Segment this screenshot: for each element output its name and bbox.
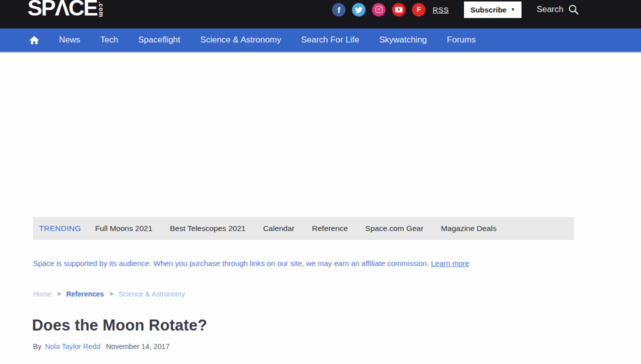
nav-home-link[interactable] [28, 34, 40, 46]
trending-item[interactable]: Full Moons 2021 [95, 224, 152, 233]
nav-item[interactable]: Search For Life [301, 35, 359, 45]
byline-prefix: By [33, 342, 42, 350]
facebook-icon[interactable]: f [332, 3, 346, 16]
search-icon [568, 4, 579, 15]
trending-items: Full Moons 2021 Best Telescopes 2021 Cal… [95, 224, 496, 233]
trending-item[interactable]: Best Telescopes 2021 [170, 224, 246, 233]
nav-item[interactable]: Tech [100, 35, 118, 45]
learn-more-link[interactable]: Learn more [431, 259, 470, 268]
breadcrumb-separator: > [57, 290, 60, 298]
subscribe-label: Subscribe [470, 6, 507, 14]
breadcrumb: Home > References > Science & Astronomy [33, 290, 641, 298]
home-icon [28, 34, 40, 46]
nav-item[interactable]: Spaceflight [138, 35, 180, 45]
nav-item[interactable]: Skywatching [379, 35, 426, 45]
top-header-bar: SPΛCE .com f F RSS Subscribe ▼ Search [0, 0, 641, 28]
chevron-down-icon: ▼ [510, 7, 515, 12]
twitter-bird-icon [355, 6, 362, 13]
breadcrumb-section[interactable]: Science & Astronomy [118, 290, 185, 298]
trending-item[interactable]: Reference [312, 224, 348, 233]
main-navigation: News Tech Spaceflight Science & Astronom… [0, 28, 641, 52]
nav-item[interactable]: Forums [447, 35, 476, 45]
breadcrumb-separator: > [110, 290, 113, 298]
youtube-icon[interactable] [392, 3, 406, 16]
ad-placeholder [0, 52, 641, 217]
space-logo[interactable]: SPΛCE .com [28, 0, 104, 20]
trending-item[interactable]: Magazine Deals [441, 224, 496, 233]
page-title: Does the Moon Rotate? [32, 316, 641, 334]
logo-text: SPΛCE [28, 0, 97, 20]
trending-bar: TRENDING Full Moons 2021 Best Telescopes… [33, 217, 574, 240]
instagram-icon[interactable] [372, 3, 386, 16]
logo-suffix: .com [98, 2, 104, 18]
search-label: Search [536, 4, 564, 14]
breadcrumb-references[interactable]: References [66, 290, 104, 298]
nav-items: News Tech Spaceflight Science & Astronom… [59, 35, 476, 45]
subscribe-button[interactable]: Subscribe ▼ [464, 2, 522, 18]
nav-item[interactable]: Science & Astronomy [200, 35, 282, 45]
affiliate-disclosure: Space is supported by its audience. When… [33, 259, 641, 268]
publish-date: November 14, 2017 [106, 342, 170, 350]
trending-item[interactable]: Space.com Gear [366, 224, 424, 233]
twitter-icon[interactable] [352, 3, 366, 16]
search-button[interactable]: Search [536, 4, 579, 15]
byline: By Nola Taylor Redd November 14, 2017 [33, 342, 641, 350]
author-link[interactable]: Nola Taylor Redd [45, 342, 100, 350]
flipboard-icon[interactable]: F [412, 3, 426, 16]
header-actions: f F RSS Subscribe ▼ Search [332, 0, 579, 18]
trending-item[interactable]: Calendar [263, 224, 294, 233]
breadcrumb-home[interactable]: Home [33, 290, 52, 298]
rss-link[interactable]: RSS [432, 6, 448, 14]
trending-label: TRENDING [39, 224, 81, 233]
disclosure-text: Space is supported by its audience. When… [33, 259, 429, 268]
nav-item[interactable]: News [59, 35, 80, 45]
